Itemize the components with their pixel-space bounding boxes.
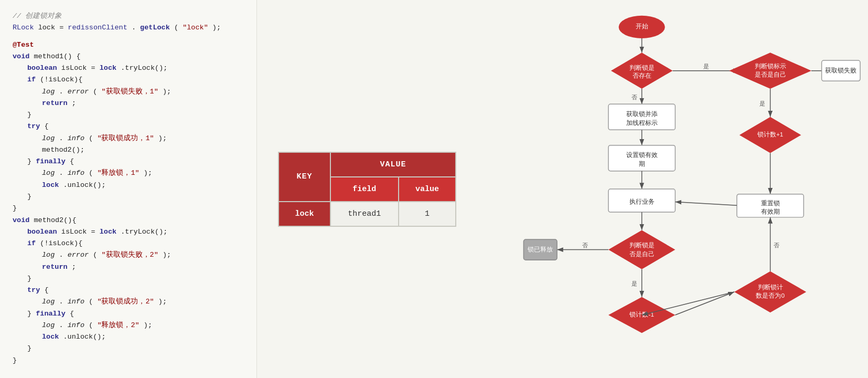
arrow-reset-execute: [675, 202, 737, 205]
code-close2: }: [13, 355, 244, 366]
code-brace4: }: [13, 343, 244, 354]
th-value-header: VALUE: [330, 152, 456, 177]
td-lock-key: lock: [278, 202, 330, 226]
code-annotation: @Test: [13, 39, 244, 51]
code-islock1: boolean isLock = lock .tryLock();: [13, 62, 244, 74]
label-no3: 否: [774, 242, 779, 248]
lock-count-minus-label: 锁计数-1: [629, 311, 653, 318]
code-brace3: }: [13, 273, 244, 285]
reset-expiry-label1: 重置锁: [761, 200, 780, 206]
lock-released-label: 锁已释放: [527, 246, 553, 253]
code-finally1: } finally {: [13, 156, 244, 167]
code-log-error1: log . error ( "获取锁失败，1" );: [13, 86, 244, 98]
check-label-own-label1: 判断锁标示: [755, 62, 786, 69]
flowchart-panel: 开始 判断锁是 否存在 否 获取锁并添 加线程标示 设置锁有效 期 执行业务 判…: [477, 0, 868, 378]
check-lock-exist-label2: 否存在: [633, 72, 651, 79]
code-return2: return ;: [13, 261, 244, 273]
code-log-info2: log . info ( "获取锁成功，2" );: [13, 296, 244, 308]
th-value-col: value: [399, 177, 456, 202]
check-label-own-label2: 是否是自己: [755, 71, 786, 78]
set-expiry-label1: 设置锁有效: [626, 151, 658, 158]
code-log-release2: log . info ( "释放锁，2" );: [13, 320, 244, 331]
code-line1: RLock lock = redissonClient . getLock ( …: [13, 22, 244, 34]
label-no-own: 否: [582, 242, 588, 248]
td-lock-value: 1: [399, 202, 456, 226]
code-unlock2: lock .unlock();: [13, 331, 244, 343]
code-return1: return ;: [13, 98, 244, 109]
set-expiry-label2: 期: [639, 160, 645, 167]
acquire-lock-label2: 加线程标示: [626, 119, 658, 126]
arrow-minus-check-zero: [675, 292, 734, 315]
label-yes1: 是: [703, 63, 709, 69]
code-panel: // 创建锁对象 RLock lock = redissonClient . g…: [0, 0, 257, 378]
execute-business-label: 执行业务: [629, 198, 655, 205]
code-brace2: }: [13, 191, 244, 203]
code-brace1: }: [13, 109, 244, 121]
reset-expiry-label2: 有效期: [761, 208, 780, 215]
check-count-zero-label1: 判断锁计: [758, 284, 783, 290]
arrow-count-zero-yes: [642, 292, 734, 315]
check-is-own-label1: 判断锁是: [629, 242, 655, 248]
code-try2: try {: [13, 285, 244, 296]
code-log-release1: log . info ( "释放锁，1" );: [13, 167, 244, 179]
table-panel: KEY VALUE field value lock thread1 1: [257, 0, 477, 378]
flowchart-svg: 开始 判断锁是 否存在 否 获取锁并添 加线程标示 设置锁有效 期 执行业务 判…: [483, 5, 863, 373]
acquire-lock-label1: 获取锁并添: [626, 110, 658, 117]
label-yes-own: 是: [631, 280, 637, 287]
code-log-error2: log . error ( "获取锁失败，2" );: [13, 249, 244, 261]
redis-table: KEY VALUE field value lock thread1 1: [278, 152, 456, 227]
check-lock-exist-label1: 判断锁是: [629, 64, 655, 71]
code-method1-sig: void method1() {: [13, 51, 244, 62]
th-field: field: [330, 177, 399, 202]
code-method2-sig: void method2(){: [13, 215, 244, 226]
code-method2-call: method2();: [13, 144, 244, 156]
code-comment: // 创建锁对象: [13, 10, 244, 22]
code-finally2: } finally {: [13, 308, 244, 320]
check-count-zero-label2: 数是否为0: [756, 292, 785, 299]
start-label: 开始: [636, 23, 648, 29]
code-close1: }: [13, 203, 244, 214]
code-unlock1: lock .unlock();: [13, 180, 244, 191]
code-try1: try {: [13, 121, 244, 132]
code-log-info1: log . info ( "获取锁成功，1" );: [13, 133, 244, 144]
th-key: KEY: [278, 152, 330, 202]
table-row: lock thread1 1: [278, 202, 456, 226]
check-is-own-label2: 否是自己: [629, 250, 655, 257]
code-if2: if (!isLock){: [13, 238, 244, 249]
count-plus-label: 锁计数+1: [757, 131, 783, 138]
label-yes2: 是: [759, 100, 765, 107]
acquire-fail-label: 获取锁失败: [825, 67, 856, 74]
label-no1: 否: [631, 94, 637, 100]
code-if1: if (!isLock){: [13, 74, 244, 86]
code-islock2: boolean isLock = lock .tryLock();: [13, 226, 244, 238]
td-lock-field: thread1: [330, 202, 399, 226]
